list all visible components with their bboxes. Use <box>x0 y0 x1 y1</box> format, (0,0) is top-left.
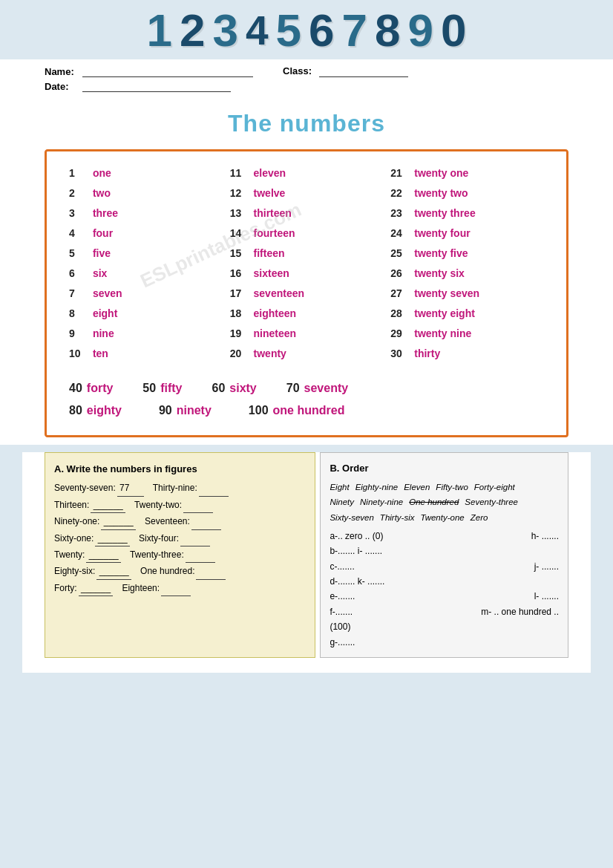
num-digit: 17 <box>230 286 251 301</box>
digit-9: 9 <box>405 7 436 53</box>
num-digit: 29 <box>390 326 411 342</box>
word-bank-item: Thirty-six <box>380 513 415 522</box>
ex-a-answer2[interactable] <box>161 581 191 596</box>
ex-a-answer2[interactable] <box>180 531 210 546</box>
num-digit: 7 <box>69 286 90 301</box>
num-word: thirteen <box>254 206 292 221</box>
ex-a-row: Sixty-one: ______ Sixty-four: <box>54 531 306 546</box>
hundreds-digit: 100 <box>249 404 269 417</box>
digit-8: 8 <box>372 7 403 53</box>
number-item: 5 five <box>69 244 230 264</box>
ex-a-answer2[interactable] <box>196 564 226 579</box>
hundreds-digit: 80 <box>69 404 82 417</box>
number-item: 1 one <box>69 163 230 183</box>
ex-b-row: c-.......j- ....... <box>330 559 559 574</box>
word-bank-item: Ninety-nine <box>360 497 403 506</box>
ex-a-row: Thirteen: ______ Twenty-two: <box>54 497 306 513</box>
ex-a-answer[interactable]: ______ <box>96 564 131 579</box>
number-item: 2 two <box>69 183 230 203</box>
ex-a-row: Forty: ______ Eighteen: <box>54 581 306 596</box>
num-digit: 2 <box>69 186 90 201</box>
num-digit: 20 <box>230 346 251 362</box>
num-digit: 15 <box>230 246 251 261</box>
ex-a-label2: Twenty-two: <box>134 497 182 513</box>
word-bank-item: Seventy-three <box>465 497 518 506</box>
tens-digit: 70 <box>286 382 300 395</box>
ex-b-right: m- .. one hundred .. <box>481 604 559 619</box>
ex-b-left: e-....... <box>330 589 355 604</box>
num-digit: 10 <box>69 346 90 362</box>
num-word: eight <box>93 306 117 322</box>
number-item: 6 six <box>69 264 230 284</box>
ex-b-title: B. Order <box>330 460 559 477</box>
form-fields: Name: Class: Date: <box>0 59 613 101</box>
ex-a-answer[interactable]: 77 <box>117 480 144 496</box>
word-bank-item: Sixty-seven <box>330 513 373 522</box>
ex-a-label: Ninety-one: <box>54 514 99 529</box>
ex-b-row: (100) <box>330 619 559 634</box>
hundreds-digit: 90 <box>159 404 172 417</box>
ex-a-answer[interactable]: ______ <box>79 581 114 596</box>
num-word: seventeen <box>254 286 304 301</box>
number-item: 15 fifteen <box>230 244 391 264</box>
ex-a-answer[interactable]: ______ <box>91 497 125 513</box>
number-item: 22 twenty two <box>390 183 551 203</box>
ex-b-answers: a-.. zero .. (0)h- .......b-....... i- .… <box>330 529 559 650</box>
num-digit: 8 <box>69 306 90 322</box>
tens-item: 70seventy <box>286 382 348 395</box>
num-digit: 5 <box>69 246 90 261</box>
number-item: 25 twenty five <box>390 244 551 264</box>
number-item: 28 twenty eight <box>390 304 551 324</box>
ex-b-left: g-....... <box>330 635 355 650</box>
num-digit: 22 <box>390 186 411 201</box>
num-digit: 23 <box>390 206 411 221</box>
tens-item: 40forty <box>69 382 113 395</box>
header-numbers: 1 2 3 4 5 6 7 8 9 0 <box>0 0 613 59</box>
name-input[interactable] <box>82 65 253 77</box>
num-digit: 9 <box>69 326 90 342</box>
ex-b-row: a-.. zero .. (0)h- ....... <box>330 529 559 544</box>
ex-a-answer2[interactable] <box>191 514 221 529</box>
tens-row: 40forty50fifty60sixty70seventy <box>69 374 551 399</box>
number-item: 21 twenty one <box>390 163 551 183</box>
number-item: 17 seventeen <box>230 284 391 304</box>
ex-a-label2: Sixty-four: <box>139 531 179 546</box>
ex-a-answer[interactable]: ______ <box>95 531 130 546</box>
hundreds-word: eighty <box>87 404 122 417</box>
class-label: Class: <box>283 65 312 76</box>
ex-a-answer2[interactable] <box>183 497 213 513</box>
ex-b-right: j- ....... <box>534 559 559 574</box>
num-digit: 18 <box>230 306 251 322</box>
num-digit: 13 <box>230 206 251 221</box>
num-word: thirty <box>414 346 440 362</box>
ex-b-left: (100) <box>330 619 350 634</box>
ex-a-label: Thirteen: <box>54 497 89 513</box>
exercises: A. Write the numbers in figures Seventy-… <box>45 452 568 665</box>
ex-a-answer[interactable]: ______ <box>101 514 136 529</box>
ex-b-right: l- ....... <box>534 589 559 604</box>
ex-b-row: b-....... i- ....... <box>330 544 559 558</box>
num-word: twenty five <box>414 246 468 261</box>
ex-b-row: g-....... <box>330 635 559 650</box>
tens-digit: 60 <box>212 382 225 395</box>
ex-a-label: Twenty: <box>54 547 85 563</box>
num-digit: 11 <box>230 166 251 181</box>
ex-a-answer2[interactable] <box>186 547 215 563</box>
ex-a-label2: Thirty-nine: <box>153 480 197 496</box>
word-bank-item: Forty-eight <box>474 483 515 492</box>
date-input[interactable] <box>82 80 231 92</box>
ex-a-answer2[interactable] <box>199 480 229 496</box>
class-input[interactable] <box>319 65 408 77</box>
num-word: nine <box>93 326 114 342</box>
ex-b-left: d-....... k- ....... <box>330 574 384 589</box>
word-bank-item: Eight <box>330 483 349 492</box>
word-bank-item: One hundred <box>409 497 459 506</box>
num-digit: 27 <box>390 286 411 301</box>
num-word: four <box>93 226 113 241</box>
num-word: twenty four <box>414 226 470 241</box>
num-word: eleven <box>254 166 286 181</box>
num-word: sixteen <box>254 266 289 281</box>
main-box-wrapper: ESLprintables.com 1 one11 eleven21 twent… <box>0 145 613 445</box>
number-item: 27 twenty seven <box>390 284 551 304</box>
ex-a-answer[interactable]: ______ <box>86 547 121 563</box>
